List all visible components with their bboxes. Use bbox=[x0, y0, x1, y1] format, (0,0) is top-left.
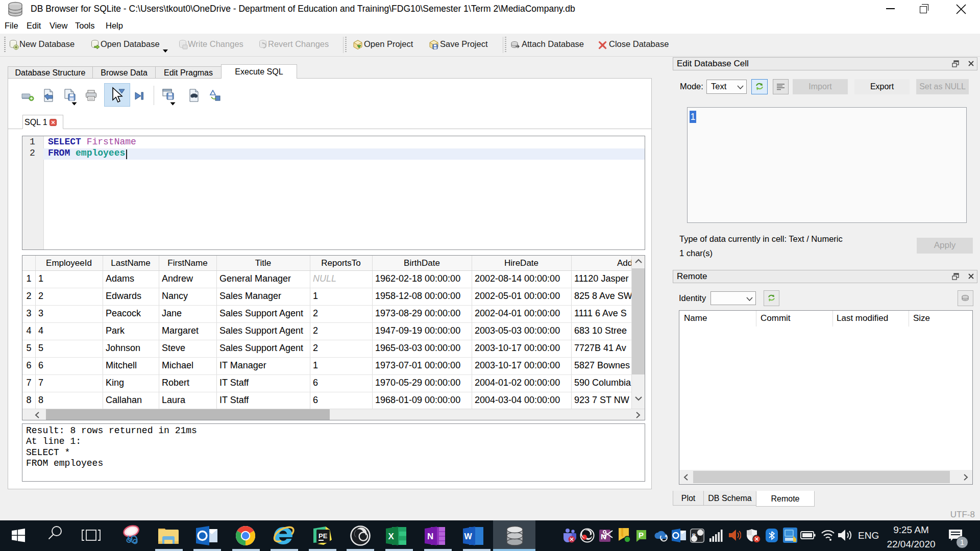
svg-text:W: W bbox=[464, 532, 473, 541]
svg-text:B: B bbox=[692, 533, 696, 539]
svg-text:D: D bbox=[698, 535, 701, 541]
svg-text:X: X bbox=[388, 532, 395, 541]
svg-text:N: N bbox=[427, 532, 433, 541]
svg-text:P: P bbox=[639, 531, 644, 539]
svg-text:PE: PE bbox=[318, 532, 328, 540]
